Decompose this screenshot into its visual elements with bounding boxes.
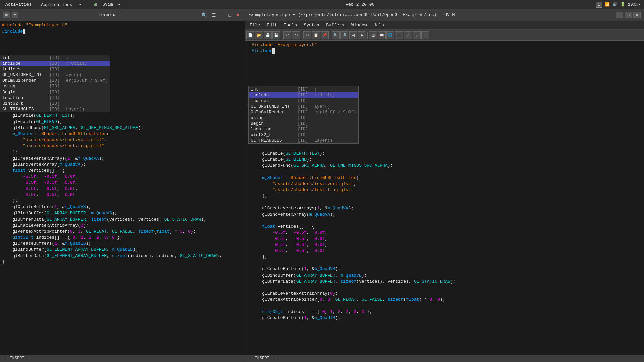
tb-find2[interactable]: 🔎 bbox=[340, 31, 348, 39]
activities-button[interactable]: Activities bbox=[3, 1, 34, 8]
battery-percent[interactable]: 100% ▾ bbox=[628, 2, 641, 7]
gvim-window-controls: ─ □ ✕ bbox=[616, 12, 641, 18]
gvim-code-line: #include "ExampleLayer.h" bbox=[247, 42, 644, 48]
menu-file[interactable]: File bbox=[247, 22, 263, 28]
gvim-ac-using[interactable]: using [ID] bbox=[249, 115, 358, 121]
tb-back[interactable]: ◀ bbox=[349, 31, 357, 39]
gvim-minimize-btn[interactable]: ─ bbox=[616, 12, 623, 18]
terminal-autocomplete-popup[interactable]: int [ID] ; include [ID] ::Utils; indices… bbox=[0, 55, 110, 112]
tb-split[interactable]: ⊞ bbox=[413, 31, 421, 39]
system-bar-left: Activities Applications ▾ 🖥 GVim ▾ bbox=[3, 1, 124, 9]
tb-book[interactable]: 📖 bbox=[378, 31, 386, 39]
autocomplete-item-int[interactable]: int [ID] ; bbox=[0, 55, 110, 61]
gvim-ac-int[interactable]: int [ID] ; bbox=[249, 86, 358, 92]
autocomplete-item-gl-unsigned-int[interactable]: GL_UNSIGNED_INT [ID] ayer() bbox=[0, 72, 110, 78]
code-line: #include| bbox=[2, 28, 243, 35]
gvim-autocomplete-popup[interactable]: int [ID] ; include [ID] ::Utils; indices… bbox=[248, 86, 359, 144]
gvim-ac-uint32[interactable]: uint32_t [ID] bbox=[249, 132, 358, 138]
terminal-statusbar: -- INSERT -- bbox=[0, 355, 245, 362]
tb-new[interactable]: 📄 bbox=[246, 31, 254, 39]
signal-icon: 📶 bbox=[605, 2, 610, 7]
menu-help[interactable]: Help bbox=[371, 22, 387, 28]
menu-syntax[interactable]: Syntax bbox=[301, 22, 322, 28]
tb-redo[interactable]: ↪ bbox=[292, 31, 300, 39]
gvim-ac-begin[interactable]: Begin [ID] bbox=[249, 121, 358, 126]
tb-separator-2 bbox=[302, 32, 302, 39]
terminal-maximize-btn[interactable]: □ bbox=[227, 12, 233, 18]
workspace-indicator[interactable]: 1 bbox=[596, 2, 602, 8]
gvim-close-btn[interactable]: ✕ bbox=[633, 12, 641, 18]
gvim-menu[interactable]: 🖥 GVim ▾ bbox=[89, 1, 124, 9]
gvim-titlebar: ExampleLayer.cpp + (~/projects/tutoria..… bbox=[245, 9, 644, 21]
gvim-toolbar: 📄 📂 💾 💾 ↩ ↪ ✂ 📋 📌 🔍 🔎 ◀ ▶ 🖼 📖 🌐 ⬛ ≠ ⊞ ✕ bbox=[245, 30, 644, 41]
gvim-ac-gl-unsigned-int[interactable]: GL_UNSIGNED_INT [ID] ayer() bbox=[249, 104, 358, 109]
gvim-ac-gl-triangles[interactable]: GL_TRIANGLES [ID] Layer() bbox=[249, 138, 358, 143]
terminal-dropdown-btn[interactable]: ▾ bbox=[12, 12, 18, 18]
gvim-ac-include[interactable]: include [ID] ::Utils; bbox=[249, 92, 358, 98]
main-layout: ⊞ ▾ Terminal 🔍 ☰ ─ □ ✕ #include "Example… bbox=[0, 9, 644, 362]
gvim-menubar: File Edit Tools Syntax Buffers Window He… bbox=[245, 21, 644, 30]
tb-web[interactable]: 🌐 bbox=[386, 31, 394, 39]
tb-undo[interactable]: ↩ bbox=[283, 31, 291, 39]
menu-tools[interactable]: Tools bbox=[281, 22, 300, 28]
terminal-search-btn[interactable]: 🔍 bbox=[200, 12, 209, 18]
gvim-panel: ExampleLayer.cpp + (~/projects/tutoria..… bbox=[245, 9, 644, 362]
tb-paste[interactable]: 📌 bbox=[321, 31, 329, 39]
tb-separator-4 bbox=[367, 32, 368, 39]
terminal-menu-btn[interactable]: ☰ bbox=[210, 12, 218, 18]
gvim-window-title: ExampleLayer.cpp + (~/projects/tutoria..… bbox=[248, 12, 455, 17]
gvim-code-line: #include| bbox=[247, 48, 644, 54]
tb-save[interactable]: 💾 bbox=[264, 31, 272, 39]
terminal-titlebar: ⊞ ▾ Terminal 🔍 ☰ ─ □ ✕ bbox=[0, 9, 245, 21]
system-bar-right: 1 📶 🔊 🔋 100% ▾ bbox=[596, 2, 641, 8]
gvim-statusbar: -- INSERT -- bbox=[245, 355, 644, 362]
tb-img[interactable]: 🖼 bbox=[369, 31, 377, 39]
autocomplete-item-location[interactable]: location [ID] bbox=[0, 95, 110, 101]
gvim-ac-indices[interactable]: indices [ID] bbox=[249, 98, 358, 104]
tb-forward[interactable]: ▶ bbox=[358, 31, 366, 39]
tb-ext[interactable]: ⬛ bbox=[395, 31, 403, 39]
terminal-new-tab-btn[interactable]: ⊞ bbox=[3, 12, 10, 18]
autocomplete-item-using[interactable]: using [ID] bbox=[0, 83, 110, 89]
menu-edit[interactable]: Edit bbox=[264, 22, 280, 28]
autocomplete-item-include[interactable]: include [ID] ::Utils; bbox=[0, 61, 110, 66]
autocomplete-item-indices[interactable]: indices [ID] bbox=[0, 66, 110, 72]
terminal-title: Terminal bbox=[18, 12, 200, 17]
tb-save2[interactable]: 💾 bbox=[272, 31, 280, 39]
autocomplete-item-onimguirender[interactable]: OnImGuiRender [ID] er(16.0f / 9.0f) bbox=[0, 78, 110, 83]
autocomplete-item-uint32[interactable]: uint32_t [ID] bbox=[0, 101, 110, 106]
menu-buffers[interactable]: Buffers bbox=[323, 22, 347, 28]
terminal-close-btn[interactable]: ✕ bbox=[234, 12, 242, 18]
gvim-ac-location[interactable]: location [ID] bbox=[249, 126, 358, 132]
tb-separator-1 bbox=[282, 32, 282, 39]
code-line: #include "ExampleLayer.h" bbox=[2, 22, 243, 28]
tb-diff[interactable]: ≠ bbox=[404, 31, 412, 39]
terminal-controls-right: 🔍 ☰ ─ □ ✕ bbox=[200, 12, 242, 18]
tb-find[interactable]: 🔍 bbox=[332, 31, 340, 39]
menu-window[interactable]: Window bbox=[348, 22, 370, 28]
tb-copy[interactable]: 📋 bbox=[312, 31, 320, 39]
terminal-controls-left: ⊞ ▾ bbox=[3, 12, 18, 18]
tb-separator-3 bbox=[330, 32, 330, 39]
autocomplete-item-begin[interactable]: Begin [ID] bbox=[0, 89, 110, 95]
autocomplete-item-gl-triangles[interactable]: GL_TRIANGLES [ID] Layer() bbox=[0, 106, 110, 112]
gvim-maximize-btn[interactable]: □ bbox=[625, 12, 632, 18]
tb-open[interactable]: 📂 bbox=[255, 31, 263, 39]
volume-icon: 🔊 bbox=[612, 2, 618, 7]
applications-menu[interactable]: Applications ▾ bbox=[37, 1, 86, 8]
battery-icon: 🔋 bbox=[620, 2, 625, 7]
gvim-editor-content[interactable]: #include "ExampleLayer.h" #include| int … bbox=[245, 41, 644, 355]
tb-cut[interactable]: ✂ bbox=[303, 31, 311, 39]
tb-close[interactable]: ✕ bbox=[421, 31, 429, 39]
gvim-ac-onimguirender[interactable]: OnImGuiRender [ID] er(16.0f / 9.0f) bbox=[249, 109, 358, 115]
terminal-panel: ⊞ ▾ Terminal 🔍 ☰ ─ □ ✕ #include "Example… bbox=[0, 9, 245, 362]
system-bar-center: Feb 2 20:00 bbox=[346, 2, 375, 7]
system-bar: Activities Applications ▾ 🖥 GVim ▾ Feb 2… bbox=[0, 0, 644, 9]
terminal-content[interactable]: #include "ExampleLayer.h" #include| int … bbox=[0, 21, 245, 355]
terminal-minimize-btn[interactable]: ─ bbox=[219, 12, 226, 18]
